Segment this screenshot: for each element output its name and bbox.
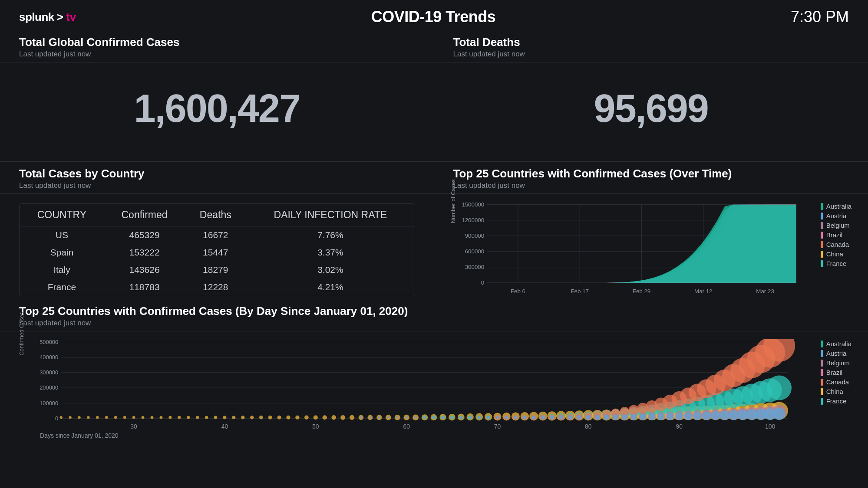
svg-point-38 — [96, 416, 99, 419]
legend-item[interactable]: Belgium — [821, 222, 851, 229]
legend-item[interactable]: Austria — [821, 212, 851, 219]
svg-point-274 — [729, 410, 739, 420]
svg-point-261 — [613, 415, 618, 420]
legend-item[interactable]: Brazil — [821, 369, 851, 376]
legend-label: Canada — [826, 241, 849, 248]
svg-point-35 — [69, 416, 71, 419]
svg-text:1500000: 1500000 — [462, 202, 484, 208]
legend-item[interactable]: Austria — [821, 350, 851, 357]
svg-point-43 — [142, 416, 145, 419]
svg-point-235 — [378, 416, 380, 419]
legend-swatch — [821, 213, 823, 219]
svg-text:0: 0 — [481, 279, 484, 286]
svg-point-245 — [469, 416, 472, 419]
table-row[interactable]: France118783122284.21% — [20, 278, 415, 296]
legend-item[interactable]: Belgium — [821, 359, 851, 367]
svg-point-272 — [711, 411, 720, 420]
legend-swatch — [821, 241, 823, 248]
svg-point-41 — [123, 416, 126, 419]
legend-item[interactable]: France — [821, 260, 851, 267]
svg-point-256 — [568, 415, 572, 419]
svg-text:1200000: 1200000 — [462, 217, 484, 223]
cell-confirmed: 143626 — [104, 261, 185, 278]
svg-point-65 — [340, 415, 345, 420]
svg-point-60 — [295, 416, 299, 419]
svg-point-40 — [114, 416, 117, 419]
legend-swatch — [821, 232, 823, 239]
legend-swatch — [821, 398, 823, 405]
svg-point-264 — [640, 414, 646, 420]
svg-point-258 — [586, 415, 591, 420]
svg-text:Mar 12: Mar 12 — [694, 288, 712, 295]
legend-label: Austria — [826, 350, 847, 357]
svg-point-234 — [369, 416, 371, 419]
legend-item[interactable]: China — [821, 388, 851, 395]
cell-country: France — [20, 278, 104, 296]
area-chart[interactable]: Number of Cases 030000060000090000012000… — [453, 202, 849, 288]
svg-point-253 — [541, 416, 545, 419]
cell-deaths: 12228 — [185, 278, 246, 296]
svg-point-61 — [304, 416, 309, 420]
svg-point-44 — [151, 416, 154, 419]
brand-logo: splunk> tv — [19, 10, 76, 24]
panel-header-by-country: Total Cases by Country Last updated just… — [0, 162, 434, 193]
legend-item[interactable]: Australia — [821, 203, 851, 210]
legend-item[interactable]: France — [821, 397, 851, 405]
svg-text:300000: 300000 — [40, 369, 58, 376]
legend-label: Canada — [826, 378, 849, 386]
legend-item[interactable]: China — [821, 250, 851, 258]
svg-point-248 — [496, 416, 499, 419]
chart-legend: AustraliaAustriaBelgiumBrazilCanadaChina… — [821, 203, 851, 267]
svg-point-66 — [350, 415, 354, 420]
col-rate[interactable]: DAILY INFECTION RATE — [246, 204, 414, 226]
svg-point-153 — [767, 376, 792, 400]
panel-updated: Last updated just now — [19, 181, 415, 190]
stat-deaths: 95,699 — [434, 62, 868, 161]
svg-text:0: 0 — [55, 415, 58, 422]
svg-text:100: 100 — [765, 423, 776, 430]
svg-point-238 — [406, 416, 408, 419]
legend-swatch — [821, 379, 823, 386]
legend-label: Australia — [826, 340, 851, 347]
svg-point-236 — [387, 416, 389, 419]
table-row[interactable]: Spain153222154473.37% — [20, 244, 415, 261]
brand-suffix: tv — [66, 10, 76, 24]
svg-text:500000: 500000 — [40, 339, 58, 345]
table-header-row: COUNTRY Confirmed Deaths DAILY INFECTION… — [20, 204, 415, 226]
svg-point-34 — [59, 416, 62, 419]
col-deaths[interactable]: Deaths — [185, 204, 246, 226]
app-header: splunk> tv COVID-19 Trends 7:30 PM — [0, 0, 868, 30]
cell-rate: 7.76% — [246, 226, 414, 244]
svg-point-279 — [773, 408, 785, 420]
svg-text:70: 70 — [494, 423, 501, 430]
table-row[interactable]: US465329166727.76% — [20, 226, 415, 244]
legend-item[interactable]: Brazil — [821, 231, 851, 239]
col-confirmed[interactable]: Confirmed — [104, 204, 185, 226]
svg-text:90: 90 — [676, 423, 683, 430]
svg-point-233 — [360, 416, 362, 419]
svg-text:Feb 6: Feb 6 — [510, 288, 525, 295]
legend-item[interactable]: Australia — [821, 340, 851, 347]
svg-point-39 — [105, 416, 108, 419]
svg-point-47 — [178, 416, 181, 419]
chart-legend: AustraliaAustriaBelgiumBrazilCanadaChina… — [821, 340, 851, 405]
svg-point-48 — [187, 416, 190, 419]
svg-text:600000: 600000 — [465, 248, 484, 255]
panel-title: Top 25 Countries with Confirmed Cases (B… — [19, 305, 849, 318]
panel-updated: Last updated just now — [453, 50, 849, 59]
legend-item[interactable]: Canada — [821, 241, 851, 248]
svg-point-265 — [649, 413, 655, 420]
cell-deaths: 18279 — [185, 261, 246, 278]
svg-text:Mar 23: Mar 23 — [756, 288, 774, 295]
legend-item[interactable]: Canada — [821, 378, 851, 386]
cell-confirmed: 465329 — [104, 226, 185, 244]
cell-rate: 4.21% — [246, 278, 414, 296]
svg-point-250 — [514, 416, 517, 419]
bubble-chart[interactable]: Confirmed Cases 010000020000030000040000… — [19, 339, 849, 430]
table-row[interactable]: Italy143626182793.02% — [20, 261, 415, 278]
svg-point-58 — [277, 416, 281, 419]
col-country[interactable]: COUNTRY — [20, 204, 104, 226]
svg-text:50: 50 — [312, 423, 319, 430]
svg-text:900000: 900000 — [465, 233, 484, 239]
svg-text:300000: 300000 — [465, 264, 484, 270]
